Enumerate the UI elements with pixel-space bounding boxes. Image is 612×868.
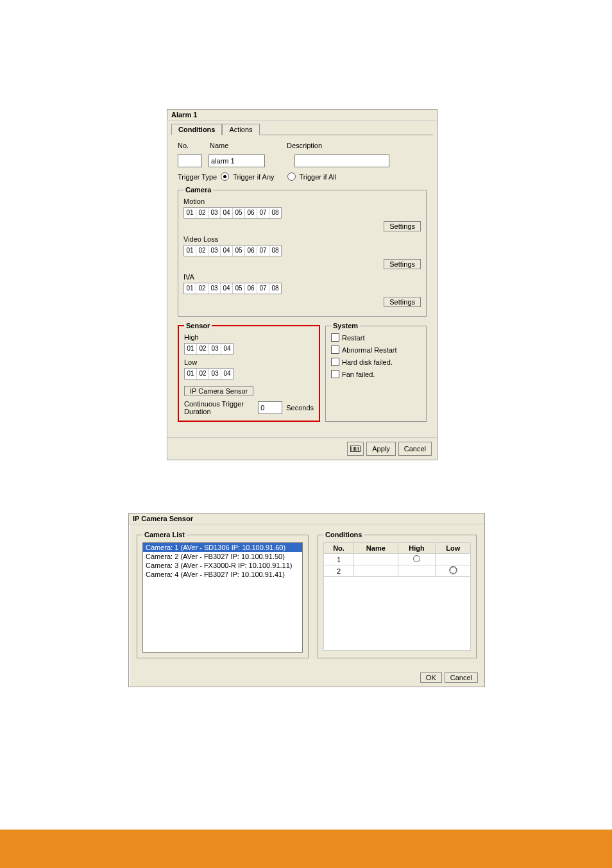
conditions-legend: Conditions — [323, 531, 364, 538]
sensor-low-cell[interactable]: 03 — [209, 369, 221, 379]
camera-list-item[interactable]: Camera: 2 (AVer - FB3027 IP: 10.100.91.5… — [143, 552, 302, 561]
iva-cell[interactable]: 05 — [233, 283, 245, 294]
video-loss-cell[interactable]: 07 — [257, 246, 269, 256]
sensor-low-cell[interactable]: 01 — [185, 369, 197, 379]
iva-cell[interactable]: 01 — [184, 283, 196, 294]
sensor-high-cell[interactable]: 01 — [185, 344, 197, 354]
radio-trigger-if-all[interactable] — [287, 172, 296, 181]
sensor-high-cell[interactable]: 02 — [197, 344, 209, 354]
motion-cell[interactable]: 04 — [221, 208, 233, 218]
cell-no: 2 — [324, 565, 354, 577]
cell-low[interactable] — [436, 554, 471, 565]
ip-camera-sensor-dialog: IP Camera Sensor Camera List Camera: 1 (… — [128, 513, 485, 687]
video-loss-label: Video Loss — [183, 235, 421, 243]
motion-cell[interactable]: 03 — [208, 208, 221, 218]
sensor-low-label: Low — [184, 358, 314, 366]
video-loss-cell[interactable]: 02 — [196, 246, 208, 256]
table-empty-area — [324, 577, 471, 651]
tab-conditions[interactable]: Conditions — [171, 124, 222, 135]
motion-cell[interactable]: 01 — [184, 208, 196, 218]
ctd-label: Continuous Trigger Duration — [184, 400, 254, 415]
col-low: Low — [436, 543, 471, 554]
keyboard-icon — [350, 446, 361, 452]
video-loss-cell[interactable]: 05 — [233, 246, 245, 256]
tab-actions[interactable]: Actions — [222, 124, 259, 135]
motion-grid[interactable]: 01 02 03 04 05 06 07 08 — [183, 207, 282, 219]
camera-list-item[interactable]: Camera: 4 (AVer - FB3027 IP: 10.100.91.4… — [143, 570, 302, 579]
iva-grid[interactable]: 01 02 03 04 05 06 07 08 — [183, 283, 282, 294]
camera-list-item[interactable]: Camera: 3 (AVer - FX3000-R IP: 10.100.91… — [143, 561, 302, 570]
trigger-type-label: Trigger Type — [178, 173, 217, 181]
cancel-button[interactable]: Cancel — [445, 672, 478, 683]
motion-cell[interactable]: 06 — [245, 208, 257, 218]
cancel-button[interactable]: Cancel — [398, 442, 432, 456]
iva-settings-button[interactable]: Settings — [384, 297, 421, 307]
page-footer-bar — [0, 830, 612, 868]
ok-button[interactable]: OK — [420, 672, 442, 683]
trigger-if-all-label: Trigger if All — [300, 173, 337, 181]
restart-checkbox[interactable] — [331, 333, 339, 342]
sensor-high-cell[interactable]: 04 — [221, 344, 233, 354]
video-loss-cell[interactable]: 06 — [245, 246, 257, 256]
cell-no: 1 — [324, 554, 354, 565]
video-loss-cell[interactable]: 08 — [269, 246, 281, 256]
fan-failed-checkbox[interactable] — [331, 370, 339, 378]
video-loss-grid[interactable]: 01 02 03 04 05 06 07 08 — [183, 245, 282, 256]
restart-label: Restart — [342, 334, 364, 342]
iva-cell[interactable]: 08 — [269, 283, 281, 294]
camera-list[interactable]: Camera: 1 (AVer - SD1306 IP: 10.100.91.6… — [142, 542, 303, 653]
motion-cell[interactable]: 08 — [269, 208, 281, 218]
radio-icon — [450, 567, 457, 574]
video-loss-cell[interactable]: 03 — [208, 246, 221, 256]
sensor-low-grid[interactable]: 01 02 03 04 — [184, 368, 234, 380]
abnormal-restart-checkbox[interactable] — [331, 346, 339, 354]
dialog-footer: Apply Cancel — [167, 437, 437, 460]
video-loss-settings-button[interactable]: Settings — [384, 259, 421, 269]
iva-cell[interactable]: 03 — [208, 283, 221, 294]
video-loss-cell[interactable]: 01 — [184, 246, 196, 256]
motion-label: Motion — [183, 197, 421, 205]
description-input[interactable] — [294, 154, 389, 167]
motion-cell[interactable]: 05 — [233, 208, 245, 218]
cell-high[interactable] — [398, 554, 436, 565]
motion-settings-button[interactable]: Settings — [384, 221, 421, 231]
description-label: Description — [287, 142, 322, 149]
cell-high[interactable] — [398, 565, 436, 577]
tab-body: No. Name Description Trigger Type Trigge… — [171, 135, 433, 433]
cell-name — [354, 565, 398, 577]
video-loss-cell[interactable]: 04 — [221, 246, 233, 256]
iva-cell[interactable]: 07 — [257, 283, 269, 294]
keyboard-icon-button[interactable] — [347, 442, 364, 456]
camera-fieldset: Camera Motion 01 02 03 04 05 06 07 08 Se… — [178, 186, 427, 317]
tab-bar: Conditions Actions — [167, 121, 437, 135]
sensor-low-cell[interactable]: 04 — [221, 369, 233, 379]
sensor-high-cell[interactable]: 03 — [209, 344, 221, 354]
radio-icon — [413, 555, 420, 562]
conditions-table: No. Name High Low 1 2 — [323, 542, 471, 651]
ctd-input[interactable] — [258, 401, 282, 414]
system-legend: System — [331, 322, 360, 330]
sensor-legend: Sensor — [184, 322, 212, 330]
sensor-fieldset: Sensor High 01 02 03 04 Low 01 02 03 04 — [178, 322, 320, 422]
iva-cell[interactable]: 02 — [196, 283, 208, 294]
camera-list-legend: Camera List — [142, 531, 187, 538]
camera-list-item[interactable]: Camera: 1 (AVer - SD1306 IP: 10.100.91.6… — [143, 543, 302, 552]
cell-name — [354, 554, 398, 565]
name-input[interactable] — [208, 154, 265, 167]
motion-cell[interactable]: 07 — [257, 208, 269, 218]
iva-cell[interactable]: 04 — [221, 283, 233, 294]
abnormal-restart-label: Abnormal Restart — [342, 346, 397, 354]
table-row[interactable]: 1 — [324, 554, 471, 565]
hdd-failed-checkbox[interactable] — [331, 358, 339, 366]
table-row[interactable]: 2 — [324, 565, 471, 577]
motion-cell[interactable]: 02 — [196, 208, 208, 218]
sensor-high-grid[interactable]: 01 02 03 04 — [184, 343, 234, 355]
iva-cell[interactable]: 06 — [245, 283, 257, 294]
radio-trigger-if-any[interactable] — [221, 172, 229, 181]
no-input — [178, 154, 202, 167]
ip-camera-sensor-button[interactable]: IP Camera Sensor — [184, 386, 253, 396]
cell-low[interactable] — [436, 565, 471, 577]
apply-button[interactable]: Apply — [366, 442, 396, 456]
sensor-low-cell[interactable]: 02 — [197, 369, 209, 379]
name-label: Name — [210, 142, 248, 149]
